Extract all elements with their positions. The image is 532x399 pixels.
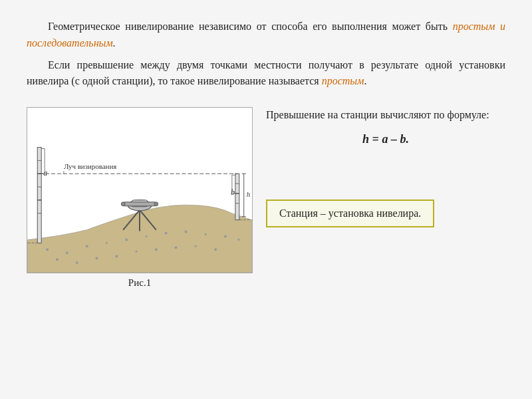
paragraph-2-text-start: Если превышение между двумя точками мест…: [27, 59, 505, 87]
svg-point-17: [155, 248, 158, 251]
figure-area: a b: [27, 107, 253, 289]
svg-point-19: [195, 245, 197, 247]
svg-rect-45: [123, 202, 156, 206]
svg-text:a: a: [43, 168, 47, 178]
paragraph-1: Геометрическое нивелирование независимо …: [27, 19, 505, 52]
svg-point-11: [237, 239, 239, 241]
content-area: a b: [27, 107, 505, 289]
slide: Геометрическое нивелирование независимо …: [0, 0, 532, 399]
svg-point-7: [165, 232, 168, 235]
paragraph-2-highlight: простым: [322, 75, 364, 86]
svg-point-1: [46, 248, 49, 251]
svg-point-20: [214, 248, 217, 251]
svg-point-46: [121, 202, 125, 206]
formula-intro: Превышение на станции вычисляют по форму…: [266, 109, 489, 120]
formula-text: Превышение на станции вычисляют по форму…: [266, 107, 505, 149]
svg-point-5: [125, 239, 128, 241]
paragraph-1-text-end: .: [113, 37, 116, 49]
svg-point-47: [154, 202, 158, 206]
svg-text:h: h: [247, 190, 250, 198]
figure-svg: a b: [27, 108, 252, 273]
svg-point-13: [76, 261, 78, 264]
svg-point-15: [115, 255, 118, 257]
figure-box: a b: [27, 107, 253, 273]
figure-caption: Рис.1: [128, 277, 151, 289]
svg-point-6: [145, 235, 147, 237]
svg-point-16: [136, 251, 138, 253]
svg-point-3: [86, 245, 88, 248]
svg-point-2: [66, 251, 68, 254]
station-note-text: Станция – установка нивелира.: [279, 207, 421, 219]
paragraph-2-text-end: .: [364, 75, 366, 86]
svg-point-12: [56, 258, 59, 261]
text-block-top: Геометрическое нивелирование независимо …: [27, 19, 505, 95]
svg-rect-31: [235, 174, 239, 219]
svg-text:b: b: [231, 188, 235, 197]
svg-text:Луч визирования: Луч визирования: [64, 162, 116, 170]
station-note-box: Станция – установка нивелира.: [266, 200, 434, 227]
svg-point-4: [106, 242, 108, 244]
svg-rect-21: [37, 148, 41, 243]
paragraph-2: Если превышение между двумя точками мест…: [27, 57, 505, 90]
right-panel: Превышение на станции вычисляют по форму…: [266, 107, 505, 227]
paragraph-1-text-start: Геометрическое нивелирование независимо …: [48, 21, 453, 32]
svg-point-8: [184, 231, 187, 233]
svg-point-14: [96, 257, 98, 259]
svg-point-18: [175, 247, 178, 249]
svg-point-9: [205, 233, 207, 235]
formula-equation: h = a – b.: [266, 130, 505, 149]
svg-point-10: [224, 235, 227, 238]
